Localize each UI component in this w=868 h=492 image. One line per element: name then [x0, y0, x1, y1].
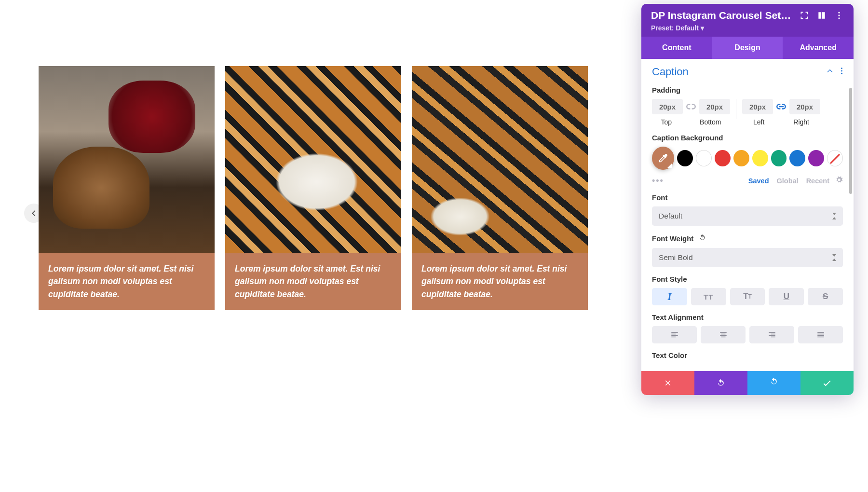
palette-meta: ••• Saved Global Recent: [652, 176, 843, 186]
padding-bottom-sub: Bottom: [700, 118, 721, 126]
save-button[interactable]: [800, 371, 854, 395]
padding-right-input[interactable]: [789, 99, 820, 114]
panel-body[interactable]: Caption Padding TopBottom: [641, 59, 854, 371]
align-left-button[interactable]: [652, 326, 697, 343]
link-icon[interactable]: [685, 99, 697, 114]
caption-bg-label: Caption Background: [652, 134, 843, 142]
color-swatch[interactable]: [677, 150, 693, 166]
tab-design[interactable]: Design: [712, 37, 783, 59]
padding-left-input[interactable]: [742, 99, 773, 114]
redo-button[interactable]: [747, 371, 800, 395]
color-swatch[interactable]: [733, 150, 749, 166]
padding-top-sub: Top: [661, 118, 672, 126]
undo-button[interactable]: [694, 371, 747, 395]
carousel-track[interactable]: Lorem ipsum dolor sit amet. Est nisi gal…: [39, 66, 641, 310]
font-weight-select[interactable]: [652, 248, 843, 267]
italic-button[interactable]: I: [652, 288, 687, 305]
align-center-button[interactable]: [701, 326, 746, 343]
palette-global-tab[interactable]: Global: [777, 177, 799, 185]
padding-top-input[interactable]: [652, 99, 683, 114]
more-icon[interactable]: •••: [652, 176, 664, 186]
tab-advanced[interactable]: Advanced: [783, 37, 854, 59]
svg-point-5: [841, 73, 842, 74]
caret-down-icon: ▾: [701, 24, 704, 32]
carousel: Lorem ipsum dolor sit amet. Est nisi gal…: [39, 66, 641, 311]
eyedropper-icon: [658, 153, 668, 164]
kebab-icon[interactable]: [834, 11, 844, 20]
palette-recent-tab[interactable]: Recent: [806, 177, 829, 185]
padding-left-sub: Left: [753, 118, 764, 126]
panel-title: DP Instagram Carousel Setti…: [651, 10, 792, 21]
color-swatches: [652, 147, 843, 170]
chevron-left-icon: [29, 209, 38, 218]
color-swatch[interactable]: [771, 150, 787, 166]
color-swatch[interactable]: [715, 150, 731, 166]
reset-icon[interactable]: [698, 233, 706, 243]
carousel-image: [225, 66, 401, 253]
svg-point-0: [838, 12, 840, 14]
font-weight-label: Font Weight: [652, 233, 843, 243]
font-style-label: Font Style: [652, 275, 843, 283]
close-icon: [664, 379, 672, 387]
svg-point-3: [841, 68, 842, 69]
uppercase-button[interactable]: TT: [691, 288, 726, 305]
preset-dropdown[interactable]: Preset: Default ▾: [651, 24, 844, 32]
section-title[interactable]: Caption: [652, 66, 689, 78]
color-picker-button[interactable]: [652, 147, 674, 170]
expand-icon[interactable]: [800, 11, 809, 20]
tabs: Content Design Advanced: [641, 37, 854, 59]
align-justify-button[interactable]: [798, 326, 843, 343]
text-align-buttons: [652, 326, 843, 343]
color-swatch[interactable]: [752, 150, 768, 166]
palette-saved-tab[interactable]: Saved: [748, 177, 769, 185]
carousel-caption: Lorem ipsum dolor sit amet. Est nisi gal…: [412, 253, 588, 310]
font-style-buttons: I TT TT U S: [652, 288, 843, 305]
divider: [736, 99, 736, 119]
color-swatch[interactable]: [789, 150, 805, 166]
chevron-up-icon[interactable]: [826, 67, 834, 77]
align-right-button[interactable]: [749, 326, 794, 343]
columns-icon[interactable]: [817, 11, 827, 20]
svg-point-1: [838, 14, 840, 16]
carousel-image: [39, 66, 215, 253]
redo-icon: [769, 378, 779, 388]
gear-icon[interactable]: [835, 176, 843, 185]
font-select[interactable]: [652, 206, 843, 226]
check-icon: [822, 378, 832, 388]
link-icon[interactable]: [775, 99, 787, 114]
color-swatch-none[interactable]: [827, 150, 843, 166]
kebab-icon[interactable]: [841, 67, 843, 77]
settings-panel: DP Instagram Carousel Setti… Preset: Def…: [641, 4, 854, 395]
color-swatch[interactable]: [808, 150, 824, 166]
padding-bottom-input[interactable]: [699, 99, 730, 114]
padding-right-sub: Right: [793, 118, 809, 126]
underline-button[interactable]: U: [769, 288, 804, 305]
smallcaps-button[interactable]: TT: [730, 288, 765, 305]
preset-label: Preset: Default: [651, 24, 699, 32]
panel-footer: [641, 371, 854, 395]
strikethrough-button[interactable]: S: [808, 288, 843, 305]
carousel-card: Lorem ipsum dolor sit amet. Est nisi gal…: [412, 66, 588, 310]
svg-point-4: [841, 70, 842, 72]
cancel-button[interactable]: [641, 371, 694, 395]
text-color-label: Text Color: [652, 351, 843, 359]
tab-content[interactable]: Content: [641, 37, 712, 59]
carousel-image: [412, 66, 588, 253]
padding-label: Padding: [652, 86, 843, 94]
carousel-card: Lorem ipsum dolor sit amet. Est nisi gal…: [225, 66, 401, 310]
color-swatch[interactable]: [696, 150, 712, 166]
panel-header: DP Instagram Carousel Setti… Preset: Def…: [641, 4, 854, 37]
font-label: Font: [652, 193, 843, 202]
undo-icon: [716, 378, 726, 388]
carousel-card: Lorem ipsum dolor sit amet. Est nisi gal…: [39, 66, 215, 310]
padding-controls: TopBottom LeftRight: [652, 99, 843, 126]
svg-point-2: [838, 17, 840, 19]
carousel-caption: Lorem ipsum dolor sit amet. Est nisi gal…: [39, 253, 215, 310]
carousel-caption: Lorem ipsum dolor sit amet. Est nisi gal…: [225, 253, 401, 310]
text-align-label: Text Alignment: [652, 313, 843, 321]
